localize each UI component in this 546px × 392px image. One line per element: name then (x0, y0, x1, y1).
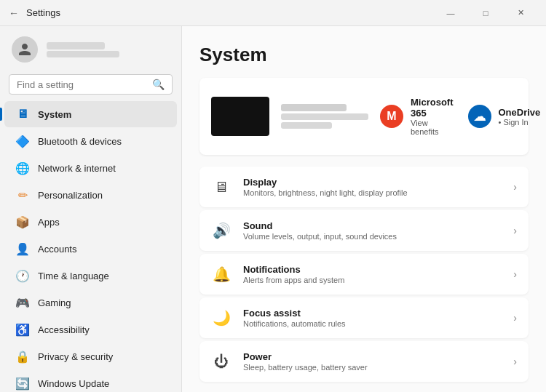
power-desc: Sleep, battery usage, battery saver (243, 363, 502, 372)
minimize-button[interactable]: — (434, 1, 467, 25)
ms365-sub: View benefits (411, 119, 454, 136)
titlebar-title: Settings (26, 7, 60, 18)
sidebar-item-label: Privacy & security (38, 351, 113, 362)
power-icon: ⏻ (211, 351, 232, 372)
display-desc: Monitors, brightness, night light, displ… (243, 188, 502, 197)
sidebar-item-label: Windows Update (38, 378, 109, 389)
accounts-icon: 👤 (16, 242, 29, 255)
sidebar-item-time[interactable]: 🕐 Time & language (4, 263, 177, 289)
notifications-desc: Alerts from apps and system (243, 276, 502, 284)
display-text: Display Monitors, brightness, night ligh… (243, 177, 502, 197)
display-arrow: › (513, 181, 517, 193)
titlebar: ← Settings — □ ✕ (0, 0, 546, 26)
sidebar-item-privacy[interactable]: 🔒 Privacy & security (4, 343, 177, 369)
device-info (281, 104, 368, 129)
sidebar-item-label: Network & internet (38, 163, 116, 174)
profile-email (47, 51, 119, 57)
close-button[interactable]: ✕ (504, 1, 537, 25)
sidebar-item-label: System (38, 109, 71, 120)
sidebar-item-label: Gaming (38, 297, 71, 308)
sidebar-item-accessibility[interactable]: ♿ Accessibility (4, 316, 177, 343)
main-content: System M Microsoft 365 View benefits ☁ O (182, 26, 546, 392)
system-icon: 🖥 (16, 108, 29, 121)
sidebar-item-network[interactable]: 🌐 Network & internet (4, 155, 177, 181)
sound-text: Sound Volume levels, output, input, soun… (243, 220, 502, 241)
device-name (281, 104, 347, 111)
search-input[interactable] (17, 79, 146, 90)
device-sub2 (281, 122, 332, 129)
settings-item-display[interactable]: 🖥 Display Monitors, brightness, night li… (199, 167, 529, 207)
power-arrow: › (513, 356, 517, 367)
sidebar-item-label: Accessibility (38, 324, 90, 335)
sidebar-profile[interactable] (0, 26, 181, 70)
titlebar-left: ← Settings (9, 7, 60, 19)
onedrive-name: OneDrive (499, 107, 541, 118)
sidebar-item-apps[interactable]: 📦 Apps (4, 209, 177, 235)
sidebar: 🔍 🖥 System 🔷 Bluetooth & devices 🌐 Netwo… (0, 26, 182, 392)
settings-item-notifications[interactable]: 🔔 Notifications Alerts from apps and sys… (199, 254, 529, 295)
search-box[interactable]: 🔍 (9, 74, 173, 95)
notifications-icon: 🔔 (211, 264, 232, 284)
onedrive-sub: • Sign In (499, 118, 541, 127)
sidebar-item-label: Bluetooth & devices (38, 136, 122, 147)
sidebar-item-gaming[interactable]: 🎮 Gaming (4, 289, 177, 316)
sidebar-item-bluetooth[interactable]: 🔷 Bluetooth & devices (4, 128, 177, 154)
search-icon[interactable]: 🔍 (152, 79, 165, 90)
focus-icon: 🌙 (211, 308, 232, 328)
settings-item-focus[interactable]: 🌙 Focus assist Notifications, automatic … (199, 297, 529, 338)
profile-name (47, 42, 105, 49)
device-card: M Microsoft 365 View benefits ☁ OneDrive… (199, 78, 529, 155)
ms365-name: Microsoft 365 (411, 97, 454, 119)
device-sub1 (281, 113, 368, 120)
sound-desc: Volume levels, output, input, sound devi… (243, 232, 502, 241)
onedrive-icon: ☁ (468, 105, 491, 128)
sound-arrow: › (513, 225, 517, 236)
page-title: System (199, 44, 529, 66)
sound-icon: 🔊 (211, 220, 232, 241)
profile-info (47, 42, 119, 57)
settings-item-sound[interactable]: 🔊 Sound Volume levels, output, input, so… (199, 210, 529, 251)
accessibility-icon: ♿ (16, 323, 29, 336)
notifications-title: Notifications (243, 264, 502, 275)
focus-arrow: › (513, 312, 517, 324)
titlebar-controls: — □ ✕ (434, 1, 537, 25)
apps-icon: 📦 (16, 215, 29, 228)
time-icon: 🕐 (16, 269, 29, 282)
network-icon: 🌐 (16, 161, 29, 175)
personalization-icon: ✏ (16, 188, 29, 201)
display-title: Display (243, 177, 502, 188)
gaming-icon: 🎮 (16, 296, 29, 309)
sidebar-item-label: Apps (38, 217, 60, 228)
settings-list: 🖥 Display Monitors, brightness, night li… (199, 167, 529, 382)
privacy-icon: 🔒 (16, 350, 29, 363)
sidebar-item-system[interactable]: 🖥 System (4, 101, 177, 127)
update-icon: 🔄 (16, 377, 29, 390)
quick-links: M Microsoft 365 View benefits ☁ OneDrive… (380, 88, 546, 145)
notifications-text: Notifications Alerts from apps and syste… (243, 264, 502, 284)
onedrive-text: OneDrive • Sign In (499, 107, 541, 127)
sidebar-item-accounts[interactable]: 👤 Accounts (4, 236, 177, 262)
app-body: 🔍 🖥 System 🔷 Bluetooth & devices 🌐 Netwo… (0, 26, 546, 392)
sidebar-item-label: Accounts (38, 244, 76, 255)
display-icon: 🖥 (211, 177, 232, 197)
bluetooth-icon: 🔷 (16, 135, 29, 148)
quick-link-ms365[interactable]: M Microsoft 365 View benefits (380, 97, 454, 136)
notifications-arrow: › (513, 268, 517, 280)
sidebar-nav: 🖥 System 🔷 Bluetooth & devices 🌐 Network… (0, 100, 181, 392)
quick-link-onedrive[interactable]: ☁ OneDrive • Sign In (468, 105, 541, 128)
sidebar-item-personalization[interactable]: ✏ Personalization (4, 182, 177, 208)
ms365-icon: M (380, 105, 403, 128)
device-image (211, 97, 269, 136)
focus-title: Focus assist (243, 308, 502, 319)
sidebar-item-label: Time & language (38, 271, 109, 281)
maximize-button[interactable]: □ (469, 1, 502, 25)
settings-item-power[interactable]: ⏻ Power Sleep, battery usage, battery sa… (199, 341, 529, 382)
power-title: Power (243, 351, 502, 362)
sidebar-item-label: Personalization (38, 190, 103, 201)
sound-title: Sound (243, 220, 502, 231)
sidebar-item-update[interactable]: 🔄 Windows Update (4, 370, 177, 392)
back-icon[interactable]: ← (9, 7, 19, 19)
avatar (12, 36, 38, 63)
ms365-text: Microsoft 365 View benefits (411, 97, 454, 136)
focus-desc: Notifications, automatic rules (243, 319, 502, 328)
